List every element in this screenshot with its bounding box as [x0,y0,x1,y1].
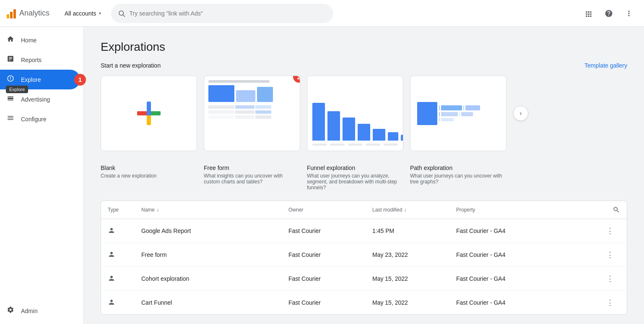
svg-line-1 [123,15,125,16]
row-lastmod: May 15, 2022 [372,275,456,282]
row-more-button[interactable]: ⋮ [603,224,617,238]
logo-bar-3 [13,9,16,18]
path-diagram [415,100,501,127]
col-type[interactable]: Type [108,206,141,214]
sidebar-item-home[interactable]: Home [0,30,80,50]
topbar-actions [580,5,637,22]
funnel-bar [327,111,340,141]
preview-table-row [208,115,296,119]
preview-line [208,80,270,83]
funnel-label [330,144,344,146]
path-preview [410,76,506,151]
start-new-label: Start a new exploration [101,62,161,69]
path-main-block [417,102,437,125]
col-lastmod[interactable]: Last modified ↓ [372,206,456,214]
account-selector[interactable]: All accounts ▾ [61,8,104,18]
row-more-button[interactable]: ⋮ [603,296,617,309]
table-row[interactable]: Cart Funnel Fast Courier May 15, 2022 Fa… [101,291,627,314]
funnel-label [384,144,398,146]
row-more-button[interactable]: ⋮ [603,248,617,261]
blank-title: Blank [101,165,197,171]
funnel-bar [373,129,385,141]
plus-center [147,111,151,115]
row-lastmod: May 15, 2022 [372,299,456,306]
row-property: Fast Courier - GA4 [456,275,603,282]
more-options-icon[interactable] [621,5,637,22]
path-card[interactable] [410,76,506,151]
funnel-bar [312,103,325,141]
sidebar-label-configure: Configure [21,116,47,123]
funnel-bar [388,132,398,141]
funnel-bars [312,99,398,141]
admin-icon [7,306,14,316]
sidebar-item-configure[interactable]: Configure [0,109,80,129]
funnel-labels [312,144,398,146]
path-line [439,105,440,110]
path-branches [439,105,499,121]
freeform-card-info: Free form What insights can you uncover … [204,165,300,191]
row-owner: Fast Courier [288,275,372,282]
funnel-card[interactable] [307,76,403,151]
funnel-title: Funnel exploration [307,165,403,171]
row-type [108,274,141,283]
sidebar-item-admin[interactable]: Admin [0,301,80,321]
table-cell [255,105,271,109]
col-owner[interactable]: Owner [288,206,372,214]
apps-icon[interactable] [580,5,597,22]
search-bar[interactable] [111,4,333,23]
col-type-label: Type [108,207,119,213]
home-icon [7,35,14,45]
table-search-btn[interactable] [603,206,620,214]
sidebar: Home Reports Explore 1 Explore Adve [0,27,84,324]
plus-left [137,111,147,115]
template-gallery-link[interactable]: Template gallery [584,62,627,69]
preview-table-row [208,105,296,109]
path-line [463,105,464,110]
row-lastmod: 1:45 PM [372,227,456,234]
cards-next-button[interactable]: › [513,106,528,121]
col-name[interactable]: Name ↓ [141,206,288,214]
sidebar-bottom: Admin [0,301,83,324]
table-row[interactable]: Google Ads Report Fast Courier 1:45 PM F… [101,219,627,243]
funnel-desc: What user journeys can you analyze, segm… [307,173,403,191]
search-input[interactable] [130,10,327,17]
table-cell [208,105,234,109]
free-form-card[interactable]: 2 [204,76,300,151]
sidebar-label-advertising: Advertising [21,96,50,103]
path-node [441,112,458,116]
col-property[interactable]: Property [456,206,603,214]
row-more-button[interactable]: ⋮ [603,272,617,285]
sidebar-label-reports: Reports [21,57,42,63]
row-name: Free form [141,251,288,258]
table-cell [235,110,254,114]
row-name: Cart Funnel [141,299,288,306]
path-line [439,118,440,121]
funnel-label [312,144,327,146]
advertising-icon [7,94,14,104]
sidebar-item-reports[interactable]: Reports [0,50,80,70]
path-node [441,118,454,121]
row-property: Fast Courier - GA4 [456,299,603,306]
topbar: Analytics All accounts ▾ [0,0,644,27]
help-icon[interactable] [600,5,617,22]
row-type [108,251,141,259]
table-row[interactable]: Free form Fast Courier May 23, 2022 Fast… [101,243,627,267]
logo-icon [7,8,16,18]
path-desc: What user journeys can you uncover with … [410,173,506,185]
row-type [108,298,141,307]
path-node [465,105,480,110]
table-row[interactable]: Cohort exploration Fast Courier May 15, … [101,267,627,291]
table-cell [255,110,271,114]
blank-card[interactable] [101,76,197,151]
app-logo[interactable]: Analytics [7,8,56,18]
path-row [417,102,499,125]
path-node [441,105,462,110]
table-cell [255,115,271,119]
explore-icon [7,75,14,84]
preview-block [208,85,234,102]
table-header: Type Name ↓ Owner Last modified ↓ Proper… [101,201,627,219]
main-content: Explorations Start a new exploration Tem… [84,27,644,324]
path-branch [439,112,499,116]
app-name: Analytics [19,9,49,18]
search-icon [118,10,125,17]
